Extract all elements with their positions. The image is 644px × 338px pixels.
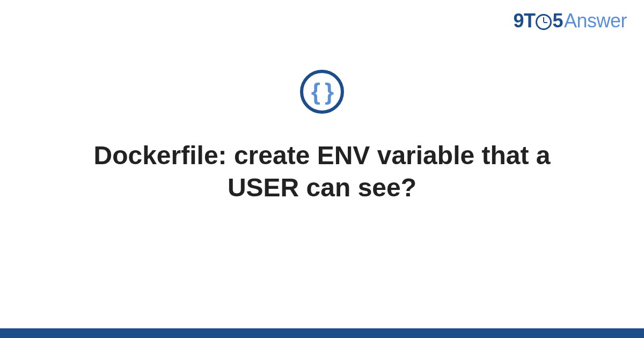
footer-accent-bar	[0, 328, 644, 338]
code-braces-icon: { }	[311, 78, 333, 105]
site-logo: 9T 5 Answer	[513, 10, 627, 32]
logo-text-answer: Answer	[564, 10, 627, 32]
logo-text-5: 5	[552, 10, 563, 32]
question-title: Dockerfile: create ENV variable that a U…	[64, 139, 580, 204]
category-badge: { }	[300, 70, 344, 114]
main-content: { } Dockerfile: create ENV variable that…	[0, 70, 644, 204]
logo-text-9t: 9T	[513, 10, 535, 32]
clock-icon	[536, 14, 552, 30]
